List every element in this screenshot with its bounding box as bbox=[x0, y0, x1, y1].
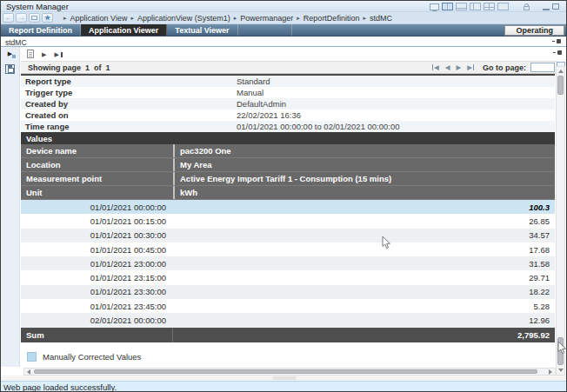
system-manager-window: System Manager ← → ★ ▸ Application View … bbox=[0, 0, 567, 392]
report-details: Report type Standard Trigger type Manual… bbox=[21, 76, 555, 132]
page-bar: Showing page 1 of 1 ◀ ◀ ▶ ▶ Go to page: bbox=[21, 61, 557, 74]
save-icon[interactable] bbox=[5, 64, 15, 74]
splitter-handle[interactable] bbox=[272, 376, 297, 380]
tab-textual-viewer[interactable]: Textual Viewer bbox=[167, 24, 237, 36]
device-value: My Area bbox=[173, 158, 555, 171]
breadcrumb: ▸ Application View ▸ ApplicationView (Sy… bbox=[60, 14, 392, 23]
layout-vertical-split-icon[interactable] bbox=[442, 3, 453, 10]
breadcrumb-item-application-view[interactable]: Application View bbox=[70, 14, 128, 23]
detail-value: DefaultAdmin bbox=[237, 99, 286, 109]
values-section-header: Values bbox=[21, 132, 555, 144]
play-icon[interactable]: ▶ bbox=[42, 51, 46, 57]
device-info-table: Device name pac3200 One Location My Area… bbox=[21, 144, 555, 200]
restore-icon[interactable] bbox=[552, 3, 559, 10]
favorites-button[interactable]: ★ bbox=[42, 13, 53, 23]
table-row[interactable]: 01/01/2021 23:00:00 31.58 bbox=[21, 256, 555, 270]
horizontal-scrollbar-thumb[interactable] bbox=[34, 369, 537, 374]
timestamp-cell: 01/01/2021 23:45:00 bbox=[21, 302, 173, 311]
table-row[interactable]: 01/01/2021 00:30:00 34.57 bbox=[21, 229, 555, 243]
minimize-icon[interactable] bbox=[543, 9, 550, 10]
play-export-icon[interactable]: ▶ bbox=[54, 51, 62, 57]
value-cell: 26.85 bbox=[173, 216, 555, 226]
screen-icon bbox=[31, 16, 37, 20]
detail-label: Report type bbox=[21, 76, 237, 86]
vertical-scrollbar[interactable] bbox=[556, 66, 565, 375]
report-toolbar: ▶ ▶ bbox=[27, 50, 63, 58]
value-cell: 12.96 bbox=[173, 316, 555, 325]
table-row[interactable]: 01/01/2021 23:15:00 29.71 bbox=[21, 270, 555, 284]
detail-row: Trigger type Manual bbox=[21, 87, 555, 98]
timestamp-cell: 01/01/2021 23:15:00 bbox=[21, 273, 173, 282]
tab-application-viewer[interactable]: Application Viewer bbox=[81, 24, 167, 36]
device-value: Active Energy Import Tariff 1 - Consumpt… bbox=[173, 172, 555, 185]
detail-value: Manual bbox=[237, 88, 263, 97]
next-page-icon[interactable]: ▶ bbox=[456, 64, 461, 71]
breadcrumb-separator-icon: ▸ bbox=[63, 15, 67, 22]
table-row[interactable]: 01/01/2021 00:15:00 26.85 bbox=[21, 214, 555, 228]
detail-label: Trigger type bbox=[21, 88, 237, 97]
table-row[interactable]: 01/01/2021 00:45:00 17.68 bbox=[21, 243, 555, 256]
navigation-toolbar: ← → ★ ▸ Application View ▸ ApplicationVi… bbox=[1, 12, 566, 24]
detail-label: Time range bbox=[21, 122, 237, 131]
value-cell: 34.57 bbox=[173, 230, 555, 240]
table-row[interactable]: 01/01/2021 23:45:00 5.28 bbox=[21, 299, 555, 313]
breadcrumb-item-reportdefinition[interactable]: ReportDefinition bbox=[304, 14, 360, 23]
document-tab-row: stdMC bbox=[1, 37, 566, 47]
content-pin-icon[interactable] bbox=[553, 49, 563, 56]
breadcrumb-item-stdmc[interactable]: stdMC bbox=[370, 14, 392, 23]
layout-quad-split-icon[interactable] bbox=[484, 3, 495, 10]
value-cell: 18.22 bbox=[173, 287, 555, 296]
screen-button[interactable] bbox=[29, 13, 40, 23]
table-row[interactable]: 02/01/2021 00:00:00 12.96 bbox=[21, 313, 555, 327]
device-value: pac3200 One bbox=[173, 144, 555, 157]
detail-row: Created on 22/02/2021 16:36 bbox=[21, 110, 555, 121]
scroll-up-icon[interactable] bbox=[557, 68, 564, 75]
layout-horizontal-split-icon[interactable] bbox=[456, 3, 467, 10]
current-page-number: 1 bbox=[85, 63, 90, 72]
lock-icon[interactable] bbox=[524, 6, 530, 10]
left-tool-strip: ▶ bbox=[1, 47, 20, 367]
last-page-icon[interactable]: ▶ bbox=[467, 64, 474, 71]
layout-single-pane-icon[interactable] bbox=[497, 3, 509, 10]
monitor-pin-icon[interactable] bbox=[430, 3, 439, 10]
document-icon[interactable] bbox=[27, 50, 34, 58]
value-cell: 29.71 bbox=[173, 273, 555, 282]
window-title: System Manager bbox=[6, 2, 69, 11]
legend: Manually Corrected Values bbox=[27, 352, 141, 362]
layout-left-split-icon[interactable] bbox=[470, 3, 481, 10]
breadcrumb-separator-icon: ▸ bbox=[130, 15, 134, 22]
breadcrumb-item-applicationview-system1[interactable]: ApplicationView (System1) bbox=[137, 14, 230, 23]
back-button[interactable]: ← bbox=[3, 13, 14, 23]
first-page-icon[interactable]: ◀ bbox=[432, 64, 439, 71]
vertical-scrollbar-thumb-lower[interactable] bbox=[557, 337, 564, 365]
vertical-scrollbar-thumb[interactable] bbox=[557, 76, 564, 95]
scroll-down-icon[interactable] bbox=[557, 367, 564, 374]
device-label: Unit bbox=[21, 186, 173, 199]
status-bar: Web page loaded successfully. bbox=[1, 381, 566, 392]
sum-value: 2,795.92 bbox=[173, 328, 555, 342]
breadcrumb-item-powermanager[interactable]: Powermanager bbox=[240, 14, 293, 23]
value-cell: 17.68 bbox=[173, 245, 555, 255]
run-report-icon[interactable]: ▶ bbox=[5, 50, 16, 57]
detail-row: Time range 01/01/2021 00:00:00 to 02/01/… bbox=[21, 121, 555, 132]
previous-page-icon[interactable]: ◀ bbox=[445, 64, 450, 71]
back-arrow-icon: ← bbox=[5, 15, 12, 22]
document-tab-stdmc[interactable]: stdMC bbox=[5, 38, 27, 47]
pin-icon[interactable] bbox=[552, 37, 562, 45]
scroll-left-icon[interactable] bbox=[25, 369, 32, 375]
value-cell: 100.3 bbox=[173, 203, 555, 212]
scroll-right-icon[interactable] bbox=[547, 369, 554, 375]
horizontal-scrollbar[interactable] bbox=[23, 368, 556, 375]
forward-button[interactable]: → bbox=[16, 13, 27, 23]
manually-corrected-swatch bbox=[27, 352, 37, 362]
operating-button[interactable]: Operating bbox=[504, 25, 564, 36]
status-message: Web page loaded successfully. bbox=[3, 382, 117, 392]
table-row[interactable]: 01/01/2021 00:00:00 100.3 bbox=[21, 200, 555, 214]
table-row[interactable]: 01/01/2021 23:30:00 18.22 bbox=[21, 285, 555, 299]
pager-controls: ◀ ◀ ▶ ▶ bbox=[432, 64, 474, 71]
legend-label: Manually Corrected Values bbox=[43, 352, 141, 362]
go-to-page-input[interactable] bbox=[530, 63, 555, 72]
total-pages-number: 1 bbox=[106, 63, 110, 72]
showing-label: Showing page bbox=[28, 63, 81, 72]
tab-report-definition[interactable]: Report Definition bbox=[1, 24, 81, 36]
